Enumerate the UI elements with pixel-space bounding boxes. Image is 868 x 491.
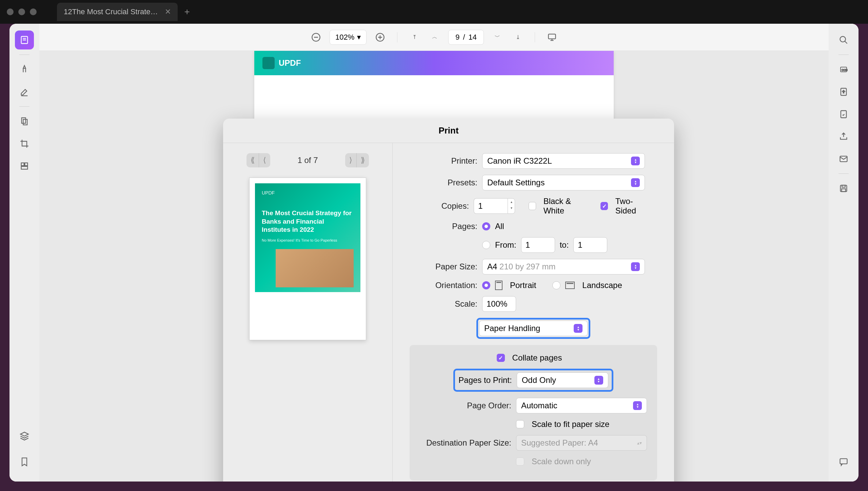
layers-icon[interactable] xyxy=(15,427,34,446)
collate-checkbox[interactable]: ✓ xyxy=(497,354,505,362)
pageorder-label: Page Order: xyxy=(420,401,511,410)
portrait-icon xyxy=(495,281,502,290)
destpaper-label: Destination Paper Size: xyxy=(420,438,511,448)
select-arrows-icon: ▴▾ xyxy=(594,376,603,385)
presets-select[interactable]: Default Settings ▴▾ xyxy=(482,175,645,190)
preview-next-group: ⟩ ⟫ xyxy=(345,153,369,167)
reader-mode-icon[interactable] xyxy=(15,30,34,49)
pages-range-radio[interactable] xyxy=(482,241,490,249)
chat-icon[interactable] xyxy=(834,452,853,471)
presentation-icon[interactable] xyxy=(545,30,559,44)
comment-tool-icon[interactable] xyxy=(15,60,34,79)
landscape-label: Landscape xyxy=(582,281,622,290)
ocr-icon[interactable]: OCR xyxy=(834,60,853,79)
bw-checkbox[interactable] xyxy=(529,202,536,210)
edit-tool-icon[interactable] xyxy=(15,82,34,101)
portrait-radio[interactable] xyxy=(482,281,490,289)
document-header: UPDF xyxy=(254,51,614,75)
save-icon[interactable] xyxy=(834,179,853,198)
papersize-select[interactable]: A4 210 by 297 mm ▴▾ xyxy=(482,259,645,274)
total-pages: 14 xyxy=(469,33,477,42)
crop-tool-icon[interactable] xyxy=(15,134,34,153)
printer-value: Canon iR C3222L xyxy=(487,156,552,166)
stepper-up-icon[interactable]: ▴ xyxy=(508,199,515,205)
portrait-label: Portrait xyxy=(510,281,536,290)
thumb-image xyxy=(276,249,354,287)
zoom-in-icon[interactable] xyxy=(373,30,387,44)
twosided-checkbox[interactable]: ✓ xyxy=(600,202,608,210)
from-input[interactable] xyxy=(521,237,555,253)
settings-column: Printer: Canon iR C3222L ▴▾ Presets: Def… xyxy=(393,143,674,482)
email-icon[interactable] xyxy=(834,149,853,168)
pages-label: Pages: xyxy=(410,222,477,231)
presets-value: Default Settings xyxy=(487,178,545,187)
organize-pages-icon[interactable] xyxy=(15,112,34,131)
preview-next-icon[interactable]: ⟩ xyxy=(345,153,357,167)
orientation-label: Orientation: xyxy=(410,281,477,290)
thumb-title: The Most Crucial Strategy for Banks and … xyxy=(262,209,354,234)
svg-rect-26 xyxy=(842,189,846,191)
right-sidebar: OCR xyxy=(829,24,859,482)
maximize-window[interactable] xyxy=(30,8,37,15)
prev-page-icon[interactable]: ︿ xyxy=(428,30,441,44)
papersize-name: A4 xyxy=(487,262,497,271)
preview-last-icon[interactable]: ⟫ xyxy=(357,153,369,167)
scaledown-checkbox xyxy=(516,457,524,466)
section-select[interactable]: Paper Handling ▴▾ xyxy=(479,321,588,336)
svg-rect-25 xyxy=(842,185,845,187)
twosided-label: Two-Sided xyxy=(615,197,649,216)
page-separator: / xyxy=(463,33,465,42)
search-icon[interactable] xyxy=(834,30,853,49)
pageorder-value: Automatic xyxy=(521,401,557,410)
bookmark-icon[interactable] xyxy=(15,452,34,471)
svg-rect-22 xyxy=(841,111,846,118)
svg-rect-5 xyxy=(23,119,27,125)
brand-text: UPDF xyxy=(279,58,301,68)
form-tool-icon[interactable] xyxy=(15,157,34,176)
thumb-brand: UPDF xyxy=(262,190,354,196)
left-sidebar xyxy=(9,24,39,482)
close-window[interactable] xyxy=(7,8,14,15)
add-tab-button[interactable]: + xyxy=(184,6,190,17)
stepper-down-icon[interactable]: ▾ xyxy=(508,205,515,211)
svg-line-18 xyxy=(845,41,847,44)
last-page-icon[interactable]: ⤓ xyxy=(511,30,525,44)
to-input[interactable] xyxy=(573,237,607,253)
page-indicator[interactable]: 9 / 14 xyxy=(448,30,484,45)
preview-page-counter: 1 of 7 xyxy=(297,156,318,165)
preview-thumbnail: UPDF The Most Crucial Strategy for Banks… xyxy=(249,178,366,340)
share-icon[interactable] xyxy=(834,127,853,146)
select-arrows-icon: ▴▾ xyxy=(631,157,640,165)
copies-stepper[interactable]: ▴▾ xyxy=(474,198,515,214)
scale-label: Scale: xyxy=(410,299,477,309)
pages-all-radio[interactable] xyxy=(482,222,490,230)
brand-icon xyxy=(262,57,275,69)
pagestoprint-select[interactable]: Odd Only ▴▾ xyxy=(517,372,608,388)
destpaper-select: Suggested Paper: A4 ▴▾ xyxy=(516,435,647,451)
svg-rect-8 xyxy=(21,166,28,169)
preview-prev-icon[interactable]: ⟨ xyxy=(259,153,270,167)
zoom-out-icon[interactable] xyxy=(309,30,323,44)
destpaper-value: Suggested Paper: A4 xyxy=(521,438,598,448)
first-page-icon[interactable]: ⤒ xyxy=(408,30,421,44)
section-value: Paper Handling xyxy=(484,324,540,333)
protect-icon[interactable] xyxy=(834,105,853,124)
svg-rect-27 xyxy=(840,459,847,464)
scale-input[interactable] xyxy=(482,296,516,312)
chevron-down-icon: ▾ xyxy=(357,33,361,42)
svg-rect-6 xyxy=(21,163,24,166)
scalefit-checkbox[interactable] xyxy=(516,420,524,428)
copies-input[interactable] xyxy=(474,198,508,214)
presets-label: Presets: xyxy=(410,178,477,187)
next-page-icon[interactable]: ﹀ xyxy=(491,30,504,44)
zoom-select[interactable]: 102% ▾ xyxy=(330,30,367,45)
landscape-radio[interactable] xyxy=(552,281,560,289)
printer-select[interactable]: Canon iR C3222L ▴▾ xyxy=(482,153,645,169)
pageorder-select[interactable]: Automatic ▴▾ xyxy=(516,398,647,413)
papersize-label: Paper Size: xyxy=(410,262,477,271)
document-tab[interactable]: 12The Most Crucial Strate… ✕ xyxy=(57,3,178,21)
close-tab-icon[interactable]: ✕ xyxy=(165,7,171,16)
preview-first-icon[interactable]: ⟪ xyxy=(246,153,259,167)
export-icon[interactable] xyxy=(834,82,853,101)
minimize-window[interactable] xyxy=(18,8,25,15)
